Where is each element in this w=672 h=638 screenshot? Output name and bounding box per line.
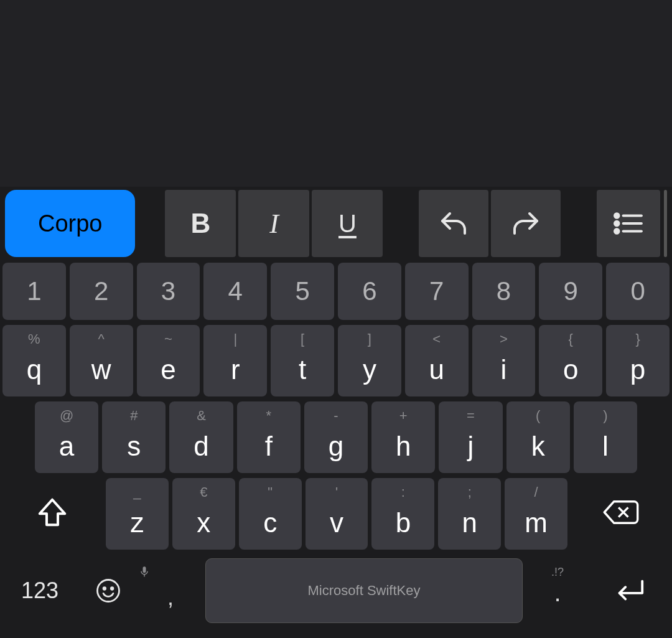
key-0[interactable]: 0 xyxy=(606,263,670,320)
key-label-m: m xyxy=(525,507,548,538)
key-o[interactable]: {o xyxy=(539,325,602,396)
key-z[interactable]: _z xyxy=(106,478,169,550)
key-d[interactable]: &d xyxy=(169,401,233,473)
key-secondary-k: ( xyxy=(506,408,570,424)
key-t[interactable]: [t xyxy=(271,325,334,396)
key-3[interactable]: 3 xyxy=(137,263,200,320)
key-label-w: w xyxy=(91,354,111,385)
list-button[interactable] xyxy=(597,190,660,257)
key-u[interactable]: <u xyxy=(405,325,469,396)
key-r[interactable]: |r xyxy=(203,325,267,396)
key-secondary-j: = xyxy=(439,408,502,424)
key-label-u: u xyxy=(429,354,444,385)
emoji-key[interactable] xyxy=(77,557,139,624)
key-2[interactable]: 2 xyxy=(70,263,133,320)
key-4[interactable]: 4 xyxy=(203,263,267,320)
key-label-d: d xyxy=(194,431,208,462)
key-label-z: z xyxy=(130,507,144,538)
paragraph-style-button[interactable]: Corpo xyxy=(5,190,135,257)
key-i[interactable]: >i xyxy=(472,325,536,396)
editor-content-area[interactable] xyxy=(0,0,672,187)
comma-key[interactable]: , xyxy=(139,557,202,624)
backspace-key[interactable] xyxy=(571,478,671,547)
key-v[interactable]: 'v xyxy=(306,478,368,550)
key-secondary-q: % xyxy=(2,331,66,347)
key-secondary-s: # xyxy=(102,408,166,424)
key-secondary-t: [ xyxy=(271,331,334,347)
bottom-row: 123 , Microsoft SwiftKey .!? . xyxy=(2,555,670,626)
underline-icon: U xyxy=(338,210,357,238)
key-p[interactable]: }p xyxy=(606,325,670,396)
key-label-x: x xyxy=(197,507,210,538)
key-g[interactable]: -g xyxy=(304,401,368,473)
list-icon xyxy=(613,211,644,236)
undo-button[interactable] xyxy=(419,190,488,257)
mic-icon xyxy=(139,566,202,578)
letter-row-2: @a#s&d*f-g+h=j(k)l xyxy=(2,401,670,473)
key-9[interactable]: 9 xyxy=(539,263,602,320)
key-1[interactable]: 1 xyxy=(2,263,66,320)
key-7[interactable]: 7 xyxy=(405,263,469,320)
space-key[interactable]: Microsoft SwiftKey xyxy=(205,558,523,623)
key-f[interactable]: *f xyxy=(237,401,301,473)
italic-button[interactable]: I xyxy=(238,190,309,257)
key-e[interactable]: ~e xyxy=(137,325,200,396)
key-c[interactable]: "c xyxy=(239,478,302,550)
key-label-h: h xyxy=(396,431,411,462)
key-label-b: b xyxy=(396,507,411,538)
key-label-k: k xyxy=(531,431,545,462)
svg-point-4 xyxy=(615,229,619,233)
key-b[interactable]: :b xyxy=(371,478,434,550)
key-a[interactable]: @a xyxy=(35,401,98,473)
key-secondary-e: ~ xyxy=(137,331,200,347)
svg-point-0 xyxy=(615,213,619,217)
underline-button[interactable]: U xyxy=(312,190,383,257)
key-secondary-y: ] xyxy=(338,331,401,347)
svg-point-2 xyxy=(615,222,619,225)
enter-key[interactable] xyxy=(589,557,670,624)
bold-icon: B xyxy=(191,208,211,239)
key-y[interactable]: ]y xyxy=(338,325,401,396)
key-k[interactable]: (k xyxy=(506,401,570,473)
redo-icon xyxy=(511,209,541,238)
key-secondary-d: & xyxy=(169,408,233,424)
key-secondary-g: - xyxy=(304,408,368,424)
undo-icon xyxy=(439,209,469,238)
emoji-icon xyxy=(95,578,121,604)
key-q[interactable]: %q xyxy=(2,325,66,396)
key-label-i: i xyxy=(501,354,507,385)
key-secondary-p: } xyxy=(606,331,670,347)
key-secondary-a: @ xyxy=(35,408,98,424)
key-label-r: r xyxy=(231,354,240,385)
key-secondary-u: < xyxy=(405,331,469,347)
key-x[interactable]: €x xyxy=(172,478,235,550)
key-label-p: p xyxy=(630,354,645,385)
key-5[interactable]: 5 xyxy=(271,263,334,320)
letter-row-3: _z€x"c'v:b;n/m xyxy=(2,478,670,550)
comma-label: , xyxy=(167,584,174,611)
key-h[interactable]: +h xyxy=(371,401,435,473)
symbols-key[interactable]: 123 xyxy=(2,557,77,624)
key-n[interactable]: ;n xyxy=(438,478,501,550)
svg-point-10 xyxy=(111,587,113,589)
key-s[interactable]: #s xyxy=(102,401,166,473)
key-l[interactable]: )l xyxy=(574,401,637,473)
key-j[interactable]: =j xyxy=(439,401,502,473)
key-label-f: f xyxy=(265,431,273,462)
key-secondary-b: : xyxy=(371,484,434,500)
key-secondary-v: ' xyxy=(306,484,368,500)
key-8[interactable]: 8 xyxy=(472,263,536,320)
period-hint: .!? xyxy=(526,566,589,579)
key-label-a: a xyxy=(59,431,74,462)
key-w[interactable]: ^w xyxy=(70,325,133,396)
redo-button[interactable] xyxy=(491,190,561,257)
key-secondary-n: ; xyxy=(438,484,501,500)
key-6[interactable]: 6 xyxy=(338,263,401,320)
key-secondary-l: ) xyxy=(574,408,637,424)
shift-key[interactable] xyxy=(2,478,102,547)
key-secondary-i: > xyxy=(472,331,536,347)
key-m[interactable]: /m xyxy=(505,478,567,550)
period-key[interactable]: .!? . xyxy=(526,557,589,624)
key-label-s: s xyxy=(127,431,141,462)
bold-button[interactable]: B xyxy=(165,190,236,257)
